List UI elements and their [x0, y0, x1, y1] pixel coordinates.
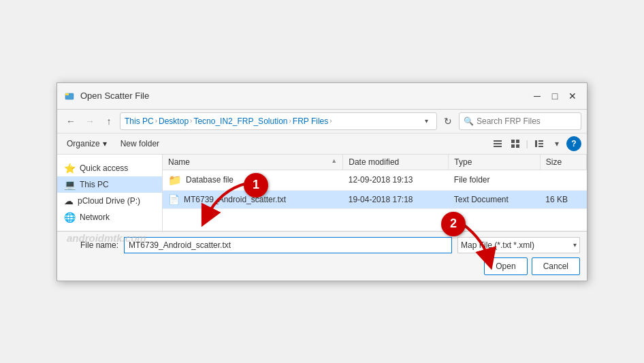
txt-file-icon: 📄 — [168, 194, 180, 205]
crumb-tecno[interactable]: Tecno_IN2_FRP_Solution — [193, 116, 287, 126]
close-button[interactable]: ✕ — [565, 89, 580, 104]
dialog-wrapper: Open Scatter File ─ □ ✕ ← → ↑ This PC › … — [57, 82, 587, 281]
svg-rect-7 — [511, 144, 515, 148]
file-name-cell: 📁 Database file — [163, 170, 343, 190]
dialog-title: Open Scatter File — [80, 91, 149, 101]
file-list-area: Name ▲ Date modified Type Size — [163, 155, 587, 231]
svg-rect-1 — [65, 93, 69, 95]
new-folder-label: New folder — [120, 139, 159, 148]
action-row: Open Cancel — [64, 257, 580, 275]
sidebar-label-this-pc: This PC — [80, 180, 155, 189]
svg-rect-12 — [538, 146, 543, 147]
address-toolbar: ← → ↑ This PC › Desktop › Tecno_IN2_FRP_… — [57, 110, 587, 133]
address-bar: This PC › Desktop › Tecno_IN2_FRP_Soluti… — [120, 112, 437, 130]
column-header-date[interactable]: Date modified — [343, 155, 449, 170]
network-icon: 🌐 — [64, 212, 76, 223]
view-list-icon — [493, 139, 502, 148]
svg-rect-8 — [516, 144, 519, 148]
svg-rect-10 — [538, 140, 543, 142]
view-dropdown-button[interactable]: ▾ — [549, 136, 565, 151]
svg-rect-3 — [494, 143, 502, 144]
cancel-button[interactable]: Cancel — [532, 257, 580, 275]
breadcrumb: This PC › Desktop › Tecno_IN2_FRP_Soluti… — [125, 116, 417, 126]
sidebar-label-quick-access: Quick access — [80, 163, 155, 173]
column-header-size[interactable]: Size — [540, 155, 586, 170]
view-details-icon — [534, 139, 544, 148]
this-pc-icon: 💻 — [64, 179, 76, 190]
folder-icon: 📁 — [168, 174, 182, 187]
svg-rect-5 — [511, 140, 515, 143]
maximize-button[interactable]: □ — [547, 89, 562, 104]
dialog-icon — [64, 91, 75, 101]
file-type-cell: Text Document — [449, 190, 540, 208]
column-header-name[interactable]: Name ▲ — [163, 155, 343, 170]
file-type-cell: File folder — [449, 170, 540, 190]
help-button[interactable]: ? — [566, 136, 581, 151]
help-icon: ? — [571, 139, 576, 148]
svg-rect-6 — [516, 140, 519, 143]
crumb-frp-files[interactable]: FRP Files — [293, 116, 328, 126]
file-table-body: 📁 Database file 12-09-2018 19:13 File fo… — [163, 170, 587, 208]
file-size-cell: 16 KB — [540, 190, 586, 208]
file-name-cell: 📄 MT6739_Android_scatter.txt — [163, 190, 343, 208]
sidebar-item-pcloud[interactable]: ☁ pCloud Drive (P:) — [57, 193, 162, 209]
minimize-button[interactable]: ─ — [530, 89, 545, 104]
new-folder-button[interactable]: New folder — [116, 137, 163, 151]
file-type-dropdown[interactable]: Map File (*.txt *.xml) ▾ — [457, 237, 580, 253]
file-date-cell: 19-04-2018 17:18 — [343, 190, 449, 208]
title-bar-left: Open Scatter File — [64, 91, 149, 101]
sidebar-item-this-pc[interactable]: 💻 This PC — [57, 176, 162, 193]
action-buttons: Open Cancel — [484, 257, 580, 275]
open-scatter-dialog: Open Scatter File ─ □ ✕ ← → ↑ This PC › … — [57, 82, 587, 281]
title-bar: Open Scatter File ─ □ ✕ — [57, 83, 587, 110]
file-name-row: File name: Map File (*.txt *.xml) ▾ — [64, 237, 580, 253]
svg-rect-2 — [494, 140, 502, 142]
sort-indicator: ▲ — [331, 157, 337, 164]
up-button[interactable]: ↑ — [101, 113, 117, 129]
organize-label: Organize — [67, 139, 100, 148]
organize-button[interactable]: Organize ▾ — [63, 137, 111, 151]
organize-dropdown-icon: ▾ — [103, 139, 107, 148]
column-header-type[interactable]: Type — [449, 155, 540, 170]
crumb-this-pc[interactable]: This PC — [125, 116, 154, 126]
file-date-cell: 12-09-2018 19:13 — [343, 170, 449, 190]
command-bar: Organize ▾ New folder — [57, 133, 587, 155]
sidebar-label-pcloud: pCloud Drive (P:) — [78, 196, 155, 206]
sidebar-item-quick-access[interactable]: ⭐ Quick access — [57, 160, 162, 176]
search-icon: 🔍 — [464, 116, 474, 126]
quick-access-icon: ⭐ — [64, 163, 76, 174]
title-bar-buttons: ─ □ ✕ — [530, 89, 580, 104]
svg-rect-11 — [538, 143, 543, 144]
dropdown-arrow-icon: ▾ — [573, 241, 577, 249]
sidebar-label-network: Network — [80, 212, 155, 222]
address-dropdown-button[interactable]: ▾ — [420, 115, 432, 127]
main-area: ⭐ Quick access 💻 This PC ☁ pCloud Drive … — [57, 155, 587, 231]
file-size-cell — [540, 170, 586, 190]
sidebar: ⭐ Quick access 💻 This PC ☁ pCloud Drive … — [57, 155, 163, 231]
refresh-button[interactable]: ↻ — [440, 113, 456, 129]
forward-button[interactable]: → — [82, 113, 98, 129]
svg-rect-4 — [494, 146, 502, 147]
table-row[interactable]: 📄 MT6739_Android_scatter.txt 19-04-2018 … — [163, 190, 587, 208]
sidebar-item-network[interactable]: 🌐 Network — [57, 209, 162, 225]
pcloud-icon: ☁ — [64, 195, 74, 206]
view-buttons: | ▾ ? — [489, 136, 581, 151]
file-name-label: File name: — [64, 240, 118, 250]
search-box: 🔍 — [459, 112, 581, 130]
view-large-button[interactable] — [507, 136, 524, 151]
file-table-header: Name ▲ Date modified Type Size — [163, 155, 587, 170]
crumb-desktop[interactable]: Desktop — [159, 116, 189, 126]
bottom-bar: File name: Map File (*.txt *.xml) ▾ Open… — [57, 231, 587, 281]
view-details-button[interactable] — [531, 136, 547, 151]
file-table: Name ▲ Date modified Type Size — [163, 155, 587, 209]
search-input[interactable] — [477, 116, 577, 126]
view-list-button[interactable] — [489, 136, 506, 151]
file-name-input[interactable] — [124, 237, 452, 253]
view-large-icon — [511, 139, 520, 148]
back-button[interactable]: ← — [63, 113, 79, 129]
open-button[interactable]: Open — [484, 257, 527, 275]
file-type-label: Map File (*.txt *.xml) — [461, 240, 534, 250]
table-row[interactable]: 📁 Database file 12-09-2018 19:13 File fo… — [163, 170, 587, 190]
svg-rect-9 — [535, 140, 537, 147]
